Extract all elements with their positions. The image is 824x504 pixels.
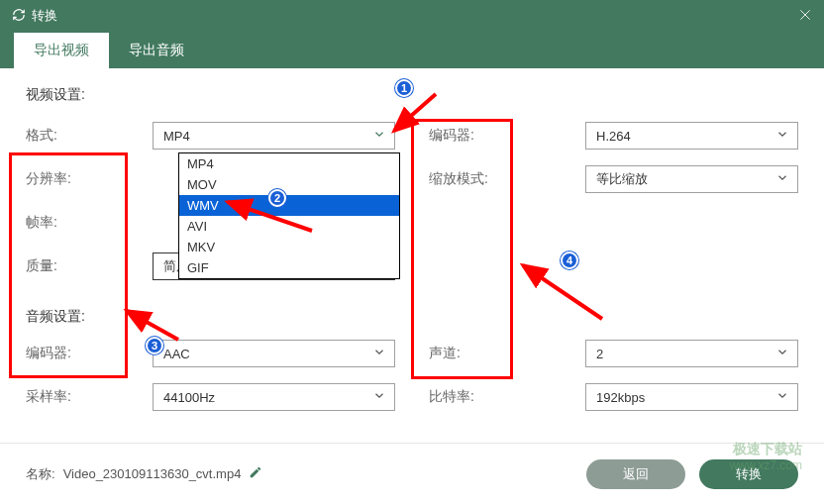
label-samplerate: 采样率: xyxy=(26,388,153,406)
encoder-audio-select[interactable]: AAC xyxy=(153,340,395,367)
titlebar: 转换 xyxy=(0,0,824,32)
format-option-mp4[interactable]: MP4 xyxy=(179,153,399,174)
footer-right: 返回 转换 xyxy=(586,459,798,489)
label-bitrate: 比特率: xyxy=(429,388,585,406)
chevron-down-icon xyxy=(775,346,789,362)
format-value: MP4 xyxy=(163,129,190,144)
chevron-down-icon xyxy=(775,389,789,406)
close-icon[interactable] xyxy=(798,8,812,25)
chevron-down-icon xyxy=(775,128,789,145)
tab-export-audio[interactable]: 导出音频 xyxy=(109,33,204,68)
format-option-avi[interactable]: AVI xyxy=(179,216,399,237)
scale-mode-select[interactable]: 等比缩放 xyxy=(585,165,798,193)
label-scale-mode: 缩放模式: xyxy=(429,170,585,188)
refresh-icon xyxy=(12,8,26,25)
chevron-down-icon xyxy=(775,171,789,188)
chevron-down-icon xyxy=(372,346,386,362)
label-quality: 质量: xyxy=(26,257,153,275)
chevron-down-icon xyxy=(372,128,386,145)
titlebar-left: 转换 xyxy=(12,7,57,25)
format-option-mov[interactable]: MOV xyxy=(179,174,399,195)
filename-value: Video_230109113630_cvt.mp4 xyxy=(63,466,242,481)
channels-select[interactable]: 2 xyxy=(585,340,798,367)
format-option-mkv[interactable]: MKV xyxy=(179,237,399,257)
label-channels: 声道: xyxy=(429,345,585,362)
format-option-gif[interactable]: GIF xyxy=(179,257,399,278)
video-settings-title: 视频设置: xyxy=(26,86,798,104)
bitrate-select[interactable]: 192kbps xyxy=(585,383,798,411)
format-option-wmv[interactable]: WMV xyxy=(179,195,399,216)
encoder-video-value: H.264 xyxy=(596,129,631,144)
label-framerate: 帧率: xyxy=(26,214,153,232)
footer-left: 名称: Video_230109113630_cvt.mp4 xyxy=(26,465,262,483)
chevron-down-icon xyxy=(372,389,386,406)
label-encoder-video: 编码器: xyxy=(429,127,585,145)
encoder-video-select[interactable]: H.264 xyxy=(585,122,798,150)
label-format: 格式: xyxy=(26,127,153,145)
convert-button[interactable]: 转换 xyxy=(699,459,798,489)
back-button[interactable]: 返回 xyxy=(586,459,685,489)
bitrate-value: 192kbps xyxy=(596,390,645,405)
format-dropdown[interactable]: MP4 MOV WMV AVI MKV GIF xyxy=(178,152,400,279)
audio-settings-title: 音频设置: xyxy=(26,308,798,326)
label-encoder-audio: 编码器: xyxy=(26,345,153,362)
content: 视频设置: 格式: MP4 分辨率: 帧率: 质量: xyxy=(0,68,824,437)
samplerate-select[interactable]: 44100Hz xyxy=(153,383,395,411)
footer: 名称: Video_230109113630_cvt.mp4 返回 转换 xyxy=(0,443,824,504)
tab-export-video[interactable]: 导出视频 xyxy=(14,33,109,68)
encoder-audio-value: AAC xyxy=(163,347,190,361)
channels-value: 2 xyxy=(596,347,603,361)
filename-label: 名称: xyxy=(26,465,55,483)
samplerate-value: 44100Hz xyxy=(163,390,215,405)
window-title: 转换 xyxy=(32,7,57,25)
tabbar: 导出视频 导出音频 xyxy=(0,32,824,68)
label-resolution: 分辨率: xyxy=(26,170,153,188)
format-select[interactable]: MP4 xyxy=(153,122,395,150)
edit-icon[interactable] xyxy=(249,465,262,482)
scale-mode-value: 等比缩放 xyxy=(596,170,648,188)
